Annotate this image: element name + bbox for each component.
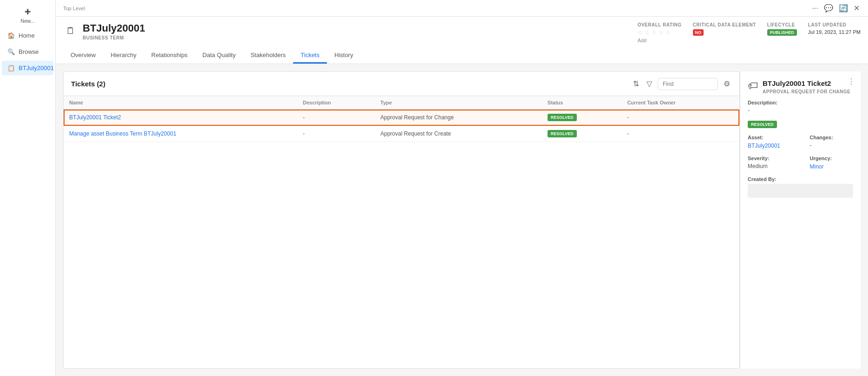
tab-hierarchy[interactable]: Hierarchy <box>103 48 144 64</box>
detail-panel-header: 🏷 BTJuly20001 Ticket2 APPROVAL REQUEST F… <box>748 79 853 94</box>
last-updated-block: LAST UPDATED Jul 19, 2023, 11:27 PM <box>808 22 861 35</box>
add-rating-link[interactable]: Add <box>638 38 682 43</box>
critical-data-label: CRITICAL DATA ELEMENT <box>693 22 756 27</box>
content-area: Tickets (2) ⇅ ▽ ⚙ Name Description Type … <box>56 64 868 376</box>
tabs: Overview Hierarchy Relationships Data Qu… <box>63 48 861 64</box>
asset-link[interactable]: BTJuly20001 <box>748 143 780 149</box>
ticket-type-cell: Approval Request for Change <box>375 110 542 126</box>
urgency-value[interactable]: Minor <box>810 163 824 170</box>
tab-overview[interactable]: Overview <box>63 48 103 64</box>
critical-badge: NO <box>693 29 704 36</box>
tab-data-quality[interactable]: Data Quality <box>195 48 243 64</box>
find-input[interactable] <box>658 78 718 90</box>
table-row[interactable]: BTJuly20001 Ticket2 - Approval Request f… <box>64 110 739 126</box>
chat-button[interactable]: 💬 <box>823 3 834 13</box>
severity-label: Severity: <box>748 156 791 161</box>
tab-relationships[interactable]: Relationships <box>144 48 195 64</box>
detail-subtitle: APPROVAL REQUEST FOR CHANGE <box>763 89 850 94</box>
tickets-table: Name Description Type Status Current Tas… <box>64 96 739 142</box>
tickets-controls: ⇅ ▽ ⚙ <box>631 78 732 90</box>
detail-more-button[interactable]: ⋮ <box>848 77 855 86</box>
asset-title-left: 🗒 BTJuly20001 BUSINESS TERM <box>63 22 145 40</box>
new-icon: ✚ <box>25 7 31 16</box>
close-button[interactable]: ✕ <box>853 3 861 13</box>
detail-severity-col: Severity: Medium <box>748 156 791 170</box>
ticket-name-link[interactable]: BTJuly20001 Ticket2 <box>69 114 121 121</box>
detail-asset-col: Asset: BTJuly20001 <box>748 135 791 149</box>
table-row[interactable]: Manage asset Business Term BTJuly20001 -… <box>64 126 739 142</box>
status-badge: RESOLVED <box>548 114 577 121</box>
sidebar-new[interactable]: ✚ New... <box>0 4 55 27</box>
detail-changes-col: Changes: - <box>810 135 854 149</box>
more-options-button[interactable]: ··· <box>811 3 819 13</box>
ticket-status-cell: RESOLVED <box>542 110 622 126</box>
asset-name-block: BTJuly20001 BUSINESS TERM <box>83 22 145 40</box>
ticket-status-cell: RESOLVED <box>542 126 622 142</box>
btjuly-icon: 📋 <box>7 65 15 71</box>
detail-asset-changes-row: Asset: BTJuly20001 Changes: - <box>748 135 853 149</box>
detail-ticket-icon: 🏷 <box>748 80 758 92</box>
asset-type-label: BUSINESS TERM <box>83 35 145 40</box>
ticket-name-cell: BTJuly20001 Ticket2 <box>64 110 297 126</box>
filter-button[interactable]: ▽ <box>645 78 654 90</box>
tab-history[interactable]: History <box>327 48 360 64</box>
last-updated-value: Jul 19, 2023, 11:27 PM <box>808 29 861 35</box>
star-4[interactable]: ☆ <box>659 29 664 36</box>
main-content: Top Level ··· 💬 🔄 ✕ 🗒 BTJuly20001 BUSINE… <box>56 0 868 376</box>
description-value: - <box>748 107 853 114</box>
star-2[interactable]: ☆ <box>645 29 650 36</box>
col-name: Name <box>64 96 297 110</box>
tickets-panel: Tickets (2) ⇅ ▽ ⚙ Name Description Type … <box>63 71 740 369</box>
description-label: Description: <box>748 100 853 105</box>
asset-name: BTJuly20001 <box>83 22 145 34</box>
tab-tickets[interactable]: Tickets <box>293 48 327 64</box>
ticket-name-cell: Manage asset Business Term BTJuly20001 <box>64 126 297 142</box>
changes-label: Changes: <box>810 135 854 140</box>
tickets-header: Tickets (2) ⇅ ▽ ⚙ <box>64 72 739 96</box>
critical-data-element-block: CRITICAL DATA ELEMENT NO <box>693 22 756 36</box>
created-by-label: Created By: <box>748 176 853 182</box>
ticket-name-link[interactable]: Manage asset Business Term BTJuly20001 <box>69 130 176 137</box>
critical-value-container: NO <box>693 29 756 36</box>
detail-status-section: RESOLVED <box>748 120 853 128</box>
detail-urgency-col: Urgency: Minor <box>810 156 854 170</box>
overall-rating-block: OVERALL RATING ☆ ☆ ☆ ☆ ☆ Add <box>638 22 682 43</box>
detail-panel: ⋮ 🏷 BTJuly20001 Ticket2 APPROVAL REQUEST… <box>740 71 861 369</box>
detail-description-section: Description: - <box>748 100 853 114</box>
refresh-button[interactable]: 🔄 <box>838 3 849 13</box>
detail-title: BTJuly20001 Ticket2 <box>763 79 850 88</box>
detail-severity-urgency-row: Severity: Medium Urgency: Minor <box>748 156 853 170</box>
sidebar-item-browse[interactable]: 🔍 Browse <box>2 45 53 59</box>
settings-button[interactable]: ⚙ <box>722 78 732 90</box>
ticket-owner-cell: - <box>621 110 739 126</box>
sidebar-item-btjuly[interactable]: 📋 BTJuly20001 <box>2 61 53 75</box>
asset-title-row: 🗒 BTJuly20001 BUSINESS TERM OVERALL RATI… <box>63 22 861 43</box>
star-3[interactable]: ☆ <box>652 29 657 36</box>
asset-type-icon: 🗒 <box>63 23 78 38</box>
tickets-title: Tickets (2) <box>71 80 105 88</box>
lifecycle-label: LIFECYCLE <box>767 22 797 27</box>
sort-button[interactable]: ⇅ <box>631 78 641 90</box>
table-header: Name Description Type Status Current Tas… <box>64 96 739 110</box>
ticket-owner-cell: - <box>621 126 739 142</box>
lifecycle-block: LIFECYCLE PUBLISHED <box>767 22 797 36</box>
lifecycle-value-container: PUBLISHED <box>767 29 797 36</box>
topbar: Top Level ··· 💬 🔄 ✕ <box>56 0 868 17</box>
last-updated-label: LAST UPDATED <box>808 22 861 27</box>
star-5[interactable]: ☆ <box>666 29 671 36</box>
col-task-owner: Current Task Owner <box>621 96 739 110</box>
browse-icon: 🔍 <box>7 48 15 55</box>
created-by-avatar <box>748 184 853 198</box>
urgency-label: Urgency: <box>810 156 854 161</box>
ticket-type-cell: Approval Request for Create <box>375 126 542 142</box>
ticket-desc-cell: - <box>297 126 375 142</box>
overall-rating-label: OVERALL RATING <box>638 22 682 27</box>
asset-label: Asset: <box>748 135 791 140</box>
detail-title-block: BTJuly20001 Ticket2 APPROVAL REQUEST FOR… <box>763 79 850 94</box>
detail-status-badge: RESOLVED <box>748 121 777 128</box>
status-badge: RESOLVED <box>548 130 577 137</box>
tab-stakeholders[interactable]: Stakeholders <box>243 48 293 64</box>
detail-created-by-section: Created By: <box>748 176 853 198</box>
sidebar-item-home[interactable]: 🏠 Home <box>2 28 53 43</box>
star-1[interactable]: ☆ <box>638 29 643 36</box>
